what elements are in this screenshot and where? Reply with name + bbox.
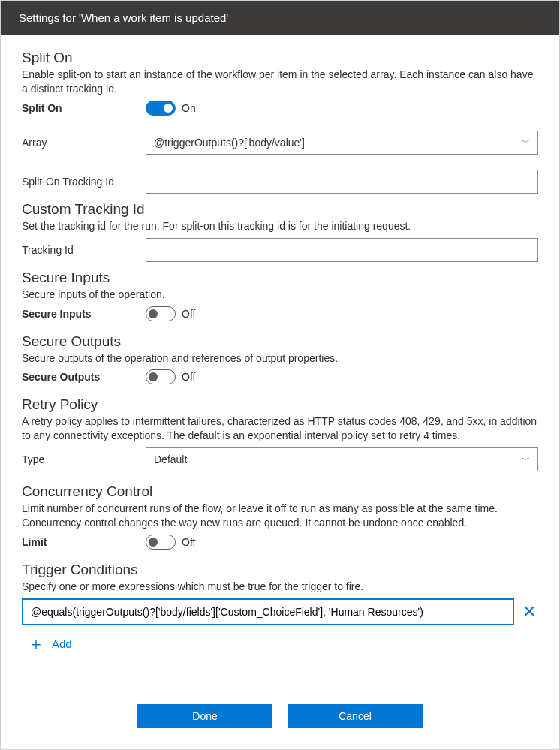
split-on-section: Split On Enable split-on to start an ins… [22,50,538,194]
secure-outputs-section: Secure Outputs Secure outputs of the ope… [22,333,538,385]
split-on-toggle-state: On [182,102,196,114]
secure-outputs-toggle-label: Secure Outputs [22,371,146,383]
retry-policy-desc: A retry policy applies to intermittent f… [22,414,538,443]
concurrency-section: Concurrency Control Limit number of conc… [22,483,538,550]
secure-inputs-section: Secure Inputs Secure inputs of the opera… [22,270,538,321]
secure-outputs-title: Secure Outputs [22,333,538,350]
dialog-footer: Done Cancel [1,685,559,749]
secure-outputs-toggle-state: Off [182,371,195,383]
split-tracking-label: Split-On Tracking Id [22,176,146,188]
concurrency-title: Concurrency Control [22,483,538,500]
secure-inputs-title: Secure Inputs [22,270,538,286]
concurrency-desc: Limit number of concurrent runs of the f… [22,502,538,530]
trigger-conditions-desc: Specify one or more expressions which mu… [22,580,538,594]
plus-icon: ＋ [28,636,44,652]
custom-tracking-desc: Set the tracking id for the run. For spl… [22,219,538,233]
retry-policy-title: Retry Policy [22,396,538,413]
secure-inputs-toggle-state: Off [182,308,195,320]
remove-condition-icon[interactable]: ✕ [520,602,538,622]
split-on-desc: Enable split-on to start an instance of … [22,68,538,96]
retry-type-dropdown[interactable]: Default ﹀ [146,447,538,471]
array-label: Array [22,137,146,149]
trigger-conditions-title: Trigger Conditions [22,562,538,578]
split-on-title: Split On [22,50,538,66]
secure-inputs-desc: Secure inputs of the operation. [22,288,538,302]
cancel-button[interactable]: Cancel [288,704,423,728]
secure-outputs-desc: Secure outputs of the operation and refe… [22,351,538,366]
dialog-title: Settings for 'When a work item is update… [19,11,228,24]
concurrency-toggle-label: Limit [22,536,146,548]
retry-type-value: Default [154,453,187,465]
custom-tracking-section: Custom Tracking Id Set the tracking id f… [22,201,538,262]
secure-inputs-toggle-label: Secure Inputs [22,308,146,320]
split-on-toggle[interactable] [146,101,176,116]
split-tracking-input[interactable] [146,170,538,194]
add-condition-button[interactable]: ＋ Add [22,633,538,655]
retry-policy-section: Retry Policy A retry policy applies to i… [22,396,538,471]
tracking-id-input[interactable] [146,238,538,262]
custom-tracking-title: Custom Tracking Id [22,201,538,218]
concurrency-toggle[interactable] [146,535,176,550]
condition-input[interactable] [22,598,514,625]
split-on-toggle-label: Split On [22,102,146,114]
array-dropdown[interactable]: @triggerOutputs()?['body/value'] ﹀ [146,131,538,155]
trigger-conditions-section: Trigger Conditions Specify one or more e… [22,562,538,655]
add-label: Add [52,637,72,650]
secure-outputs-toggle[interactable] [146,369,176,384]
done-button[interactable]: Done [137,704,272,728]
dialog-content: Split On Enable split-on to start an ins… [1,35,559,685]
retry-type-label: Type [22,453,146,465]
secure-inputs-toggle[interactable] [146,306,176,321]
chevron-down-icon: ﹀ [522,137,530,148]
tracking-id-label: Tracking Id [22,244,146,256]
chevron-down-icon: ﹀ [522,454,530,465]
concurrency-toggle-state: Off [182,536,195,548]
array-value: @triggerOutputs()?['body/value'] [154,137,305,149]
condition-row: ✕ [22,598,538,625]
dialog-header: Settings for 'When a work item is update… [1,1,559,35]
